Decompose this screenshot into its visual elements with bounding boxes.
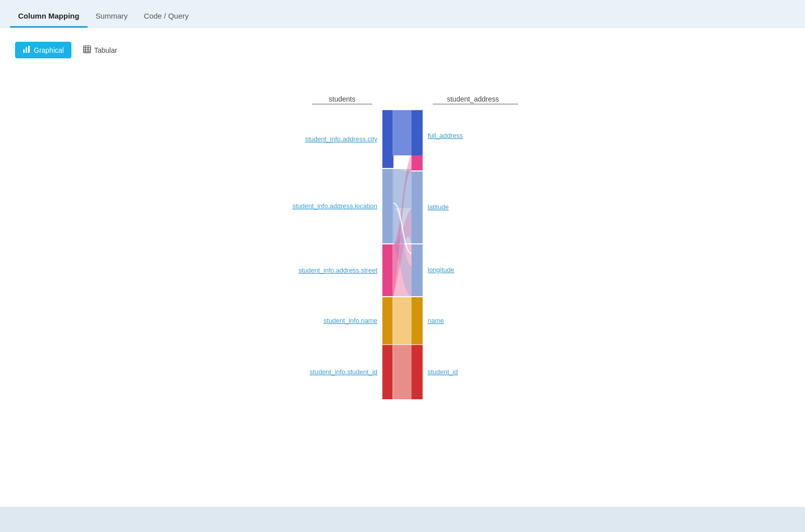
right-block-longitude bbox=[412, 244, 423, 296]
left-field-name-label[interactable]: student_info.name bbox=[324, 317, 377, 324]
diagram-container: students student_address bbox=[15, 77, 790, 482]
tab-code-query[interactable]: Code / Query bbox=[136, 6, 197, 28]
svg-rect-2 bbox=[28, 46, 30, 53]
table-icon bbox=[83, 45, 91, 55]
right-field-latitude-label[interactable]: latitude bbox=[428, 203, 449, 211]
left-block-city bbox=[382, 110, 393, 168]
right-field-student-id-label[interactable]: student_id bbox=[428, 368, 458, 376]
left-block-student-id bbox=[382, 345, 393, 399]
right-block-full-address-pink bbox=[412, 155, 423, 170]
left-table-label: students bbox=[329, 95, 356, 103]
flow-studentid-studentid bbox=[393, 345, 412, 399]
svg-rect-0 bbox=[23, 49, 25, 53]
main-content: Graphical Tabular students bbox=[0, 28, 805, 507]
right-table-label: student_address bbox=[447, 95, 499, 103]
right-field-full-address-label[interactable]: full_address bbox=[428, 132, 463, 139]
right-block-student-id bbox=[412, 345, 423, 399]
left-field-city-label[interactable]: student_info.address.city bbox=[305, 135, 377, 143]
view-toggle: Graphical Tabular bbox=[15, 38, 790, 62]
left-block-location bbox=[382, 169, 393, 243]
svg-rect-1 bbox=[26, 47, 27, 53]
left-field-street-label[interactable]: student_info.address.street bbox=[298, 267, 377, 274]
sankey-diagram: students student_address bbox=[226, 87, 579, 472]
right-field-name-label[interactable]: name bbox=[428, 317, 444, 324]
sankey-svg: students student_address bbox=[226, 87, 579, 470]
graphical-view-button[interactable]: Graphical bbox=[15, 42, 71, 58]
left-block-name bbox=[382, 297, 393, 344]
right-block-latitude bbox=[412, 171, 423, 243]
left-field-student-id-label[interactable]: student_info.student_id bbox=[310, 368, 377, 376]
tab-summary[interactable]: Summary bbox=[88, 6, 136, 28]
bar-chart-icon bbox=[23, 45, 31, 55]
tabular-view-button[interactable]: Tabular bbox=[75, 42, 125, 58]
tab-column-mapping[interactable]: Column Mapping bbox=[10, 6, 88, 28]
right-field-longitude-label[interactable]: longitude bbox=[428, 266, 454, 274]
bottom-bar bbox=[0, 507, 805, 532]
right-block-full-address-blue bbox=[412, 110, 423, 155]
top-navigation: Column Mapping Summary Code / Query bbox=[0, 0, 805, 28]
flow-city-fulladdress bbox=[393, 110, 412, 155]
right-block-name bbox=[412, 297, 423, 344]
flow-name-name bbox=[393, 297, 412, 344]
tabular-label: Tabular bbox=[94, 46, 117, 54]
left-field-location-label[interactable]: student_info.address.location bbox=[292, 202, 377, 210]
left-block-street bbox=[382, 244, 393, 296]
graphical-label: Graphical bbox=[34, 46, 64, 54]
